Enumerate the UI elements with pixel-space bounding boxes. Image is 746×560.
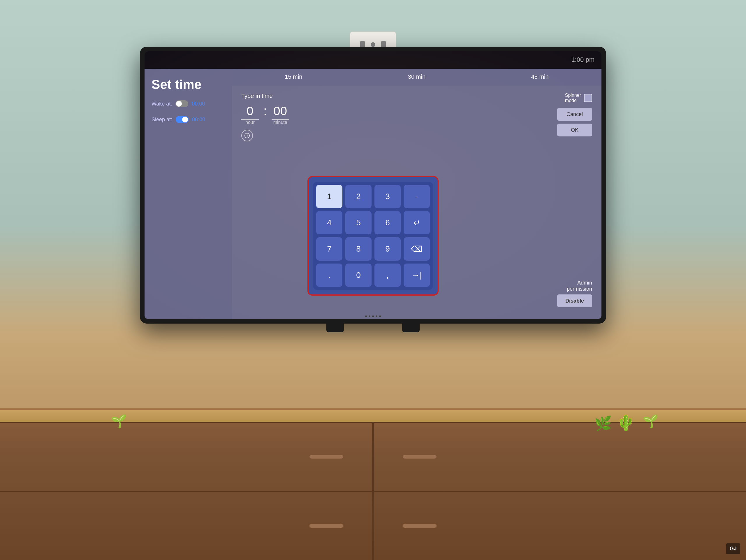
numpad-outer: 1 2 3 - 4 5 6 ↵ 7 8 9 ⌫ [308,176,438,296]
sleep-label: Sleep at: [151,117,172,123]
key-6[interactable]: 6 [374,211,401,234]
admin-section: Adminpermission Disable [557,280,592,307]
sleep-at-item: Sleep at: 00:00 [151,116,225,123]
key-8[interactable]: 8 [345,237,372,261]
drawer-area [0,422,746,560]
tabs-row: 15 min 30 min 45 min [232,69,601,86]
numpad-container: 1 2 3 - 4 5 6 ↵ 7 8 9 ⌫ [308,176,438,296]
tab-45min[interactable]: 45 min [478,69,601,86]
tv-bezel: 1:00 pm Set time Wake at: 00:00 [140,47,606,324]
key-3[interactable]: 3 [374,185,401,208]
sleep-toggle-thumb [182,117,188,122]
wake-toggle-thumb [176,101,182,107]
minute-label: minute [273,120,287,125]
spinner-mode-checkbox[interactable] [584,94,592,102]
time-inputs-row: 0 hour : 00 minute [241,104,592,125]
sleep-toggle[interactable] [176,116,189,123]
cancel-button[interactable]: Cancel [557,108,592,121]
outlet-ground [371,42,375,47]
tab-45min-label: 45 min [531,74,549,80]
right-controls: Spinnermode Cancel OK [557,93,592,136]
key-comma[interactable]: , [374,263,401,287]
time-colon: : [263,104,267,118]
set-time-title: Set time [151,78,225,91]
ok-button[interactable]: OK [557,123,592,136]
tv-feet [326,324,420,332]
action-buttons: Cancel OK [557,108,592,136]
key-7[interactable]: 7 [316,237,342,261]
key-enter[interactable]: ↵ [404,211,430,234]
key-dot[interactable]: . [316,263,342,287]
key-9[interactable]: 9 [374,237,401,261]
plant-cactus-1: 🌵 [616,414,635,432]
type-in-label: Type in time [241,93,592,100]
key-backspace[interactable]: ⌫ [404,237,430,261]
tv-foot-left [326,324,344,332]
wake-toggle[interactable] [175,100,188,107]
clock-icon-button[interactable] [241,130,253,141]
tv-screen: 1:00 pm Set time Wake at: 00:00 [145,51,601,319]
key-5[interactable]: 5 [345,211,372,234]
key-0[interactable]: 0 [345,263,372,287]
drawer-handle-bottom-left [309,524,344,528]
drawer-handle-bottom-right [402,524,437,528]
watermark: GJ [726,543,740,554]
tv-led-bar [365,315,381,317]
plant-small-1: 🌿 [595,415,612,432]
key-2[interactable]: 2 [345,185,372,208]
tab-15min[interactable]: 15 min [232,69,355,86]
wake-label: Wake at: [151,101,172,107]
key-minus[interactable]: - [404,185,430,208]
key-tab-right[interactable]: →| [404,263,430,287]
left-panel: Set time Wake at: 00:00 Sleep at: 0 [145,69,232,319]
key-4[interactable]: 4 [316,211,342,234]
tab-15min-label: 15 min [285,74,302,80]
tab-30min[interactable]: 30 min [355,69,479,86]
drawer-handle-right [402,454,437,459]
spinner-mode-row: Spinnermode [565,93,592,103]
numpad-grid: 1 2 3 - 4 5 6 ↵ 7 8 9 ⌫ [313,182,433,290]
tab-30min-label: 30 min [408,74,426,80]
minute-wrapper: 00 minute [271,104,289,125]
plant-small-2: 🌱 [642,414,659,429]
tv: 1:00 pm Set time Wake at: 00:00 [140,47,606,324]
key-1[interactable]: 1 [316,185,342,208]
drawer-bottom [0,491,746,560]
disable-button[interactable]: Disable [557,295,592,307]
plant-small-3: 🌱 [111,414,127,429]
hour-label: hour [246,120,255,125]
type-in-section: Type in time 0 hour : 00 minute [232,86,601,148]
sleep-time: 00:00 [192,117,205,123]
minute-input[interactable]: 00 [271,104,289,120]
drawer-top [0,422,746,491]
hour-input[interactable]: 0 [241,104,259,120]
wake-time: 00:00 [192,101,205,107]
tv-foot-right [402,324,420,332]
admin-label: Adminpermission [567,280,592,292]
wake-at-item: Wake at: 00:00 [151,100,225,107]
drawer-handle-left [309,454,344,459]
spinner-mode-label: Spinnermode [565,93,581,103]
hour-wrapper: 0 hour [241,104,259,125]
